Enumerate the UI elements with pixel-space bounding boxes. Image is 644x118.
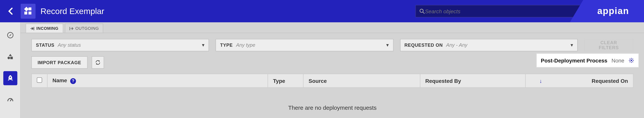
col-name[interactable]: Name ? <box>47 74 268 87</box>
filter-label: STATUS <box>36 43 54 48</box>
tabs: INCOMING OUTGOING <box>21 22 644 33</box>
col-label: Requested On <box>592 78 628 84</box>
caret-down-icon: ▾ <box>570 42 573 48</box>
svg-line-38 <box>630 61 630 62</box>
back-button[interactable] <box>0 0 21 22</box>
app-title: Record Exemplar <box>40 6 104 16</box>
svg-rect-3 <box>24 7 29 11</box>
col-label: Name <box>52 77 67 84</box>
filter-type[interactable]: TYPE Any type ▾ <box>216 39 393 51</box>
search-icon <box>419 8 425 14</box>
tab-label: INCOMING <box>36 26 58 31</box>
sort-down-icon: ↓ <box>540 78 542 84</box>
pdp-title: Post-Deployment Process <box>541 57 607 63</box>
col-label: Source <box>308 78 327 84</box>
tab-incoming[interactable]: INCOMING <box>26 24 63 33</box>
empty-state: There are no deployment requests <box>32 88 634 118</box>
arrow-in-icon <box>30 26 34 31</box>
rail-item-build[interactable] <box>3 50 17 64</box>
left-rail <box>0 22 21 118</box>
filter-label: REQUESTED ON <box>404 43 443 48</box>
svg-point-4 <box>420 9 423 12</box>
clear-filters-button[interactable]: CLEAR FILTERS <box>584 39 634 51</box>
help-icon[interactable]: ? <box>70 78 76 84</box>
tab-outgoing[interactable]: OUTGOING <box>65 24 103 33</box>
filter-value: Any status <box>58 42 202 48</box>
svg-rect-2 <box>28 8 32 10</box>
select-all-checkbox[interactable] <box>37 77 42 83</box>
refresh-button[interactable] <box>92 56 104 69</box>
chevron-left-icon <box>8 8 13 15</box>
filter-label: TYPE <box>220 43 233 48</box>
post-deployment-process: Post-Deployment Process None <box>536 54 638 67</box>
filter-status[interactable]: STATUS Any status ▾ <box>32 39 209 51</box>
compass-icon <box>6 32 14 39</box>
svg-line-28 <box>10 99 11 101</box>
topbar: Record Exemplar appian <box>0 0 644 22</box>
rail-item-monitor[interactable] <box>3 93 17 107</box>
col-type[interactable]: Type <box>268 74 304 87</box>
logo: appian <box>570 0 644 22</box>
caret-down-icon: ▾ <box>386 42 389 48</box>
pdp-settings-button[interactable] <box>628 57 634 63</box>
svg-rect-1 <box>28 12 32 15</box>
col-select[interactable] <box>32 74 47 87</box>
caret-down-icon: ▾ <box>202 42 204 48</box>
gear-icon <box>628 57 634 63</box>
filters-row: STATUS Any status ▾ TYPE Any type ▾ REQU… <box>21 33 644 55</box>
rail-item-explore[interactable] <box>3 28 17 42</box>
svg-rect-0 <box>24 12 27 15</box>
pdp-value: None <box>612 57 624 63</box>
filter-value: Any - Any <box>446 42 570 48</box>
col-requested-on[interactable]: ↓Requested On <box>526 74 633 87</box>
search-box[interactable] <box>416 5 585 18</box>
actions-row: IMPORT PACKAGE Post-Deployment Process N… <box>21 55 644 74</box>
svg-point-25 <box>7 57 10 59</box>
col-source[interactable]: Source <box>304 74 420 87</box>
rocket-icon <box>6 75 14 82</box>
shapes-icon <box>24 7 32 16</box>
svg-point-31 <box>630 60 632 61</box>
import-package-button[interactable]: IMPORT PACKAGE <box>32 56 88 69</box>
refresh-icon <box>95 60 100 65</box>
svg-line-5 <box>423 12 424 14</box>
filter-value: Any type <box>236 42 386 48</box>
svg-line-39 <box>632 59 633 60</box>
dashboard-icon <box>6 96 14 103</box>
deployments-table: Name ? Type Source Requested By ↓Request… <box>21 74 644 118</box>
main: INCOMING OUTGOING STATUS Any status ▾ TY… <box>21 22 644 118</box>
svg-line-36 <box>630 59 630 60</box>
tab-label: OUTGOING <box>75 26 99 31</box>
svg-line-37 <box>632 61 633 62</box>
svg-point-27 <box>10 77 11 78</box>
rail-item-deploy[interactable] <box>3 71 17 85</box>
arrow-out-icon <box>69 26 74 31</box>
logo-text: appian <box>597 6 629 17</box>
search-input[interactable] <box>425 8 581 14</box>
col-label: Requested By <box>425 78 461 84</box>
shapes-small-icon <box>6 53 14 61</box>
col-requested-by[interactable]: Requested By <box>420 74 526 87</box>
filter-requested-on[interactable]: REQUESTED ON Any - Any ▾ <box>400 39 578 51</box>
app-icon <box>21 4 36 19</box>
col-label: Type <box>273 78 285 84</box>
svg-rect-26 <box>10 57 13 59</box>
